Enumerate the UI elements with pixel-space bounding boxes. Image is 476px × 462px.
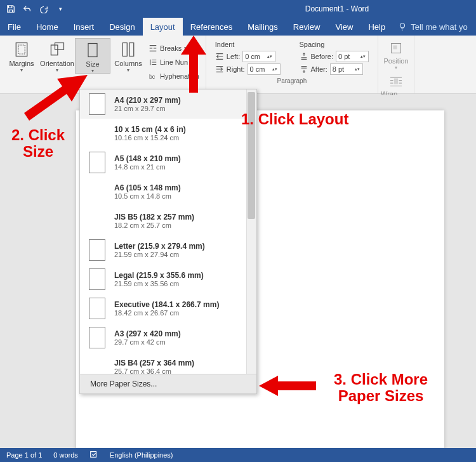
size-option[interactable]: Letter (215.9 x 279.4 mm)21.59 cm x 27.9… [80, 235, 256, 265]
annotation-step1: 1. Click Layout [241, 111, 348, 128]
page-icon [89, 93, 105, 115]
columns-button[interactable]: Columns ▾ [110, 38, 146, 72]
undo-button[interactable] [20, 2, 34, 16]
size-option[interactable]: JIS B5 (182 x 257 mm)18.2 cm x 25.7 cm [80, 206, 256, 235]
status-words[interactable]: 0 words [53, 451, 78, 459]
size-option-dim: 10.5 cm x 14.8 cm [114, 192, 181, 200]
tab-file[interactable]: File [0, 18, 29, 36]
tab-layout[interactable]: Layout [143, 18, 183, 36]
quick-access-toolbar: ▾ [0, 2, 71, 16]
svg-rect-11 [394, 79, 398, 84]
chevron-down-icon: ▾ [20, 69, 23, 72]
size-option[interactable]: A5 (148 x 210 mm)14.8 cm x 21 cm [80, 148, 256, 177]
indent-heading: Indent [215, 41, 281, 50]
svg-rect-5 [88, 44, 97, 57]
size-option[interactable]: A3 (297 x 420 mm)29.7 cm x 42 cm [80, 323, 256, 352]
page-icon [89, 298, 105, 319]
size-option[interactable]: A6 (105 x 148 mm)10.5 cm x 14.8 cm [80, 177, 256, 206]
size-option[interactable]: 10 x 15 cm (4 x 6 in)10.16 cm x 15.24 cm [80, 119, 256, 148]
orientation-button[interactable]: Orientation ▾ [39, 38, 75, 72]
chevron-down-icon: ▾ [127, 69, 129, 72]
margins-label: Margins [9, 60, 34, 67]
size-option-dim: 21.59 cm x 27.94 cm [114, 251, 205, 258]
spellcheck-icon[interactable] [89, 450, 98, 460]
margins-button[interactable]: Margins ▾ [4, 38, 39, 72]
svg-rect-6 [122, 43, 127, 56]
size-option[interactable]: Executive (184.1 x 266.7 mm)18.42 cm x 2… [80, 294, 256, 323]
annotation-step3-line1: 3. Click More [334, 371, 428, 388]
size-option-name: JIS B4 (257 x 364 mm) [114, 359, 194, 367]
size-option-name: JIS B5 (182 x 257 mm) [114, 213, 194, 221]
size-dropdown: A4 (210 x 297 mm)21 cm x 29.7 cm10 x 15 … [79, 89, 257, 394]
svg-marker-15 [181, 36, 206, 93]
qat-customize-button[interactable]: ▾ [53, 2, 67, 16]
size-option-name: A6 (105 x 148 mm) [114, 183, 181, 192]
position-label: Position [383, 57, 408, 65]
size-option-name: Executive (184.1 x 266.7 mm) [114, 300, 219, 309]
tab-design[interactable]: Design [102, 18, 142, 36]
size-label: Size [86, 60, 99, 68]
position-button[interactable]: Position▾ [381, 38, 411, 70]
left-label: Left: [227, 53, 240, 60]
tab-view[interactable]: View [327, 18, 360, 36]
size-option-dim: 14.8 cm x 21 cm [114, 163, 181, 171]
size-option-dim: 18.2 cm x 25.7 cm [114, 221, 194, 229]
tab-help[interactable]: Help [360, 18, 393, 36]
indent-right-input[interactable]: 0 cm▴▾ [248, 63, 281, 75]
size-option-dim: 29.7 cm x 42 cm [114, 338, 181, 346]
status-language[interactable]: English (Philippines) [110, 451, 173, 459]
svg-point-0 [400, 23, 405, 28]
annotation-arrow-1 [171, 36, 216, 105]
spacing-before-value: 0 pt [338, 53, 350, 60]
size-option[interactable]: A4 (210 x 297 mm)21 cm x 29.7 cm [80, 89, 256, 119]
svg-rect-14 [91, 452, 96, 458]
status-bar: Page 1 of 1 0 words English (Philippines… [0, 448, 476, 462]
size-button[interactable]: Size ▾ [75, 38, 110, 74]
title-bar: ▾ Document1 - Word [0, 0, 476, 18]
svg-rect-7 [129, 43, 134, 56]
size-option[interactable]: JIS B4 (257 x 364 mm)25.7 cm x 36.4 cm [80, 352, 256, 374]
annotation-arrow-3 [259, 374, 316, 397]
more-paper-sizes-item[interactable]: More Paper Sizes... [80, 374, 256, 393]
right-label: Right: [227, 65, 245, 73]
indent-right-value: 0 cm [250, 65, 265, 73]
spacing-after-input[interactable]: 8 pt▴▾ [330, 63, 363, 75]
group-paragraph: Indent Left: 0 cm▴▾ Right: 0 cm▴▾ Spacin… [206, 36, 378, 93]
tab-mailings[interactable]: Mailings [240, 18, 286, 36]
chevron-down-icon: ▾ [56, 69, 58, 72]
size-option-dim: 21.59 cm x 35.56 cm [114, 280, 204, 287]
indent-left-input[interactable]: 0 cm▴▾ [242, 51, 275, 62]
tab-home[interactable]: Home [29, 18, 66, 36]
svg-rect-10 [393, 46, 397, 50]
status-page[interactable]: Page 1 of 1 [6, 451, 42, 459]
annotation-arrow-2 [18, 75, 88, 132]
size-list: A4 (210 x 297 mm)21 cm x 29.7 cm10 x 15 … [80, 89, 256, 374]
size-option-name: A3 (297 x 420 mm) [114, 329, 181, 338]
chevron-down-icon: ▾ [91, 69, 94, 73]
save-button[interactable] [4, 2, 18, 16]
svg-rect-3 [51, 45, 58, 55]
svg-marker-16 [24, 75, 88, 121]
lightbulb-icon [398, 22, 407, 31]
size-option-dim: 10.16 cm x 15.24 cm [114, 134, 186, 142]
tab-review[interactable]: Review [286, 18, 328, 36]
after-label: After: [311, 65, 327, 73]
page-icon [89, 268, 105, 290]
paragraph-group-label: Paragraph [210, 76, 374, 84]
size-option[interactable]: Legal (215.9 x 355.6 mm)21.59 cm x 35.56… [80, 265, 256, 294]
tab-references[interactable]: References [183, 18, 240, 36]
tab-insert[interactable]: Insert [66, 18, 102, 36]
redo-button[interactable] [37, 2, 51, 16]
scrollbar[interactable] [246, 89, 256, 374]
annotation-step3-line2: Paper Sizes [338, 387, 424, 404]
svg-text:bc: bc [149, 74, 155, 80]
size-option-name: 10 x 15 cm (4 x 6 in) [114, 125, 186, 134]
page-icon [89, 239, 105, 261]
indent-right-icon [215, 65, 224, 74]
spacing-before-icon [300, 52, 308, 61]
spacing-after-value: 8 pt [333, 65, 344, 73]
spacing-before-input[interactable]: 0 pt▴▾ [336, 51, 369, 62]
tell-me-search[interactable]: Tell me what yo [393, 18, 473, 36]
spacing-heading: Spacing [300, 41, 369, 50]
indent-left-icon [215, 52, 224, 61]
